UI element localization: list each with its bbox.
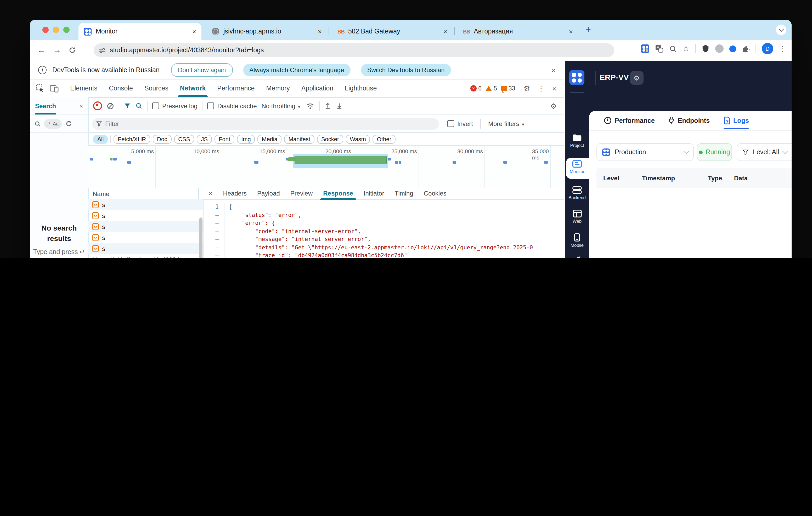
chip-media[interactable]: Media — [258, 134, 282, 144]
translate-icon[interactable]: A — [655, 44, 663, 53]
sidebar-item-backend[interactable]: Backend — [565, 186, 589, 200]
chip-socket[interactable]: Socket — [317, 134, 343, 144]
chip-manifest[interactable]: Manifest — [284, 134, 314, 144]
tab-performance[interactable]: Performance — [217, 85, 255, 92]
import-har-icon[interactable] — [324, 102, 331, 110]
issues-count[interactable]: 33 — [501, 85, 515, 91]
detail-tab-response[interactable]: Response — [323, 190, 353, 197]
bookmark-star-icon[interactable]: ☆ — [683, 44, 690, 53]
chip-img[interactable]: Img — [237, 134, 255, 144]
tab-performance[interactable]: Performance — [604, 117, 655, 124]
tab-network[interactable]: Network — [180, 85, 206, 92]
detail-tab-headers[interactable]: Headers — [223, 190, 247, 197]
refresh-icon[interactable] — [65, 120, 72, 127]
request-row[interactable]: {;}available/?project_id=40384... — [88, 254, 203, 258]
reload-button[interactable] — [68, 47, 76, 54]
clear-network-log-icon[interactable] — [107, 102, 114, 110]
switch-russian-button[interactable]: Switch DevTools to Russian — [361, 64, 451, 76]
environment-select[interactable]: Production — [597, 143, 694, 161]
response-body-viewer[interactable]: 1{ – "status": "error", – "error": { – "… — [203, 200, 564, 258]
chip-other[interactable]: Other — [373, 134, 396, 144]
chip-all[interactable]: All — [93, 134, 108, 144]
browser-menu-icon[interactable]: ⋮ — [779, 44, 786, 53]
preserve-log-checkbox[interactable] — [152, 102, 159, 109]
browser-tab-502[interactable]: BB 502 Bad Gateway × — [332, 23, 453, 40]
zoom-icon[interactable] — [669, 45, 677, 53]
search-input[interactable]: .* Aa — [44, 119, 62, 128]
tab-console[interactable]: Console — [109, 85, 133, 92]
appmaster-logo[interactable] — [569, 70, 584, 85]
appmaster-extension-icon[interactable] — [641, 44, 649, 53]
tab-logs[interactable]: Logs — [723, 117, 749, 124]
tab-sources[interactable]: Sources — [144, 85, 169, 92]
tab-lighthouse[interactable]: Lighthouse — [345, 85, 377, 92]
close-tab-icon[interactable]: × — [192, 27, 196, 35]
blue-dot-extension-icon[interactable] — [729, 45, 736, 52]
request-row[interactable]: <>s — [88, 199, 203, 210]
request-row[interactable]: <>s — [88, 210, 203, 221]
close-tab-icon[interactable]: × — [443, 27, 447, 35]
sidebar-item-mobile[interactable]: Mobile — [565, 233, 589, 248]
chip-fetch-xhr[interactable]: Fetch/XHR — [114, 134, 150, 144]
close-tab-icon[interactable]: × — [318, 27, 322, 35]
filter-icon[interactable] — [124, 102, 131, 109]
level-filter-select[interactable]: Level: All — [737, 143, 791, 161]
network-settings-icon[interactable]: ⚙ — [550, 102, 557, 110]
name-column-header[interactable]: Name — [88, 188, 199, 200]
detail-tab-timing[interactable]: Timing — [395, 190, 413, 197]
profile-avatar[interactable]: D — [762, 43, 773, 54]
inspect-element-icon[interactable] — [36, 84, 45, 93]
close-window-button[interactable] — [42, 27, 49, 33]
request-list-scrollbar[interactable] — [199, 217, 202, 258]
maximize-window-button[interactable] — [63, 27, 69, 33]
sidebar-item-web[interactable]: Web — [565, 210, 589, 224]
chip-font[interactable]: Font — [214, 134, 234, 144]
detail-tab-initiator[interactable]: Initiator — [364, 190, 384, 197]
detail-tab-payload[interactable]: Payload — [257, 190, 280, 197]
request-row[interactable]: <>s — [88, 243, 203, 254]
tab-endpoints[interactable]: Endpoints — [668, 117, 710, 124]
chip-wasm[interactable]: Wasm — [346, 134, 370, 144]
extension-circle-icon[interactable] — [715, 44, 724, 53]
match-language-button[interactable]: Always match Chrome's language — [243, 64, 350, 76]
project-settings-button[interactable]: ⚙ — [630, 71, 643, 85]
minimize-window-button[interactable] — [53, 27, 59, 33]
tab-elements[interactable]: Elements — [70, 85, 97, 92]
tab-search-button[interactable] — [776, 25, 786, 35]
network-conditions-icon[interactable] — [306, 102, 314, 110]
close-tab-icon[interactable]: × — [569, 27, 573, 35]
sidebar-item-monitor[interactable]: Monitor — [565, 160, 589, 174]
dont-show-again-button[interactable]: Don't show again — [171, 63, 233, 77]
export-har-icon[interactable] — [336, 102, 342, 110]
disable-cache-checkbox[interactable] — [207, 102, 214, 109]
browser-tab-monitor[interactable]: Monitor × — [79, 23, 201, 40]
search-network-icon[interactable] — [136, 102, 142, 109]
chip-css[interactable]: CSS — [174, 134, 194, 144]
sidebar-item-project[interactable]: Project — [565, 134, 589, 148]
detail-tab-preview[interactable]: Preview — [290, 190, 313, 197]
sidebar-item-cicd[interactable]: CI/CD — [565, 256, 589, 258]
case-toggle-icon[interactable]: Aa — [53, 121, 59, 126]
tab-memory[interactable]: Memory — [266, 85, 290, 92]
warning-count[interactable]: 5 — [486, 85, 497, 91]
throttling-select[interactable]: No throttling ▼ — [262, 102, 301, 110]
devtools-settings-icon[interactable]: ⚙ — [523, 84, 530, 93]
chip-js[interactable]: JS — [197, 134, 212, 144]
request-row[interactable]: <>s — [88, 232, 203, 243]
invert-checkbox[interactable] — [447, 120, 454, 127]
network-overview-timeline[interactable]: 5,000 ms 10,000 ms 15,000 ms 20,000 ms 2… — [88, 146, 564, 188]
address-bar[interactable]: studio.appmaster.io/project/403843/monit… — [94, 43, 614, 57]
regex-toggle-icon[interactable]: .* — [47, 121, 50, 126]
browser-tab-auth[interactable]: BB Авторизация × — [458, 23, 578, 40]
search-tab[interactable]: Search — [35, 102, 56, 114]
more-filters-button[interactable]: More filters ▼ — [488, 120, 525, 127]
tab-application[interactable]: Application — [301, 85, 333, 92]
devtools-menu-icon[interactable]: ⋮ — [537, 84, 545, 93]
device-toolbar-icon[interactable] — [50, 85, 59, 92]
back-button[interactable]: ← — [37, 45, 46, 55]
detail-tab-cookies[interactable]: Cookies — [424, 190, 446, 197]
close-infobar-icon[interactable]: × — [551, 66, 556, 74]
shield-extension-icon[interactable] — [702, 44, 709, 53]
close-devtools-icon[interactable]: × — [552, 84, 557, 93]
record-network-log-button[interactable] — [93, 101, 102, 110]
